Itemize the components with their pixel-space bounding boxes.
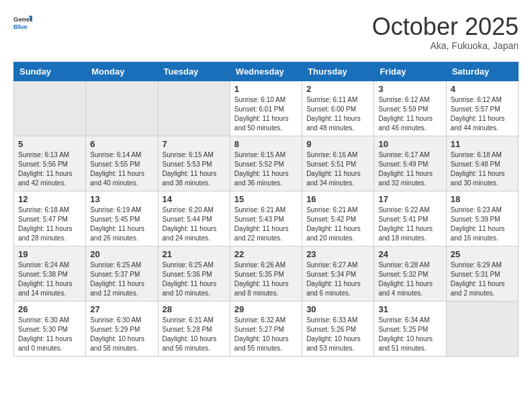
calendar-header-row: SundayMondayTuesdayWednesdayThursdayFrid… bbox=[14, 62, 519, 81]
day-number: 6 bbox=[90, 139, 153, 149]
day-number: 13 bbox=[90, 194, 153, 204]
month-title: October 2025 bbox=[372, 13, 519, 40]
day-info: Sunrise: 6:14 AM Sunset: 5:55 PM Dayligh… bbox=[90, 150, 153, 188]
day-number: 27 bbox=[90, 304, 153, 314]
calendar-cell: 24Sunrise: 6:28 AM Sunset: 5:32 PM Dayli… bbox=[374, 246, 446, 301]
day-info: Sunrise: 6:27 AM Sunset: 5:34 PM Dayligh… bbox=[306, 261, 369, 298]
day-number: 16 bbox=[306, 194, 369, 204]
location-subtitle: Aka, Fukuoka, Japan bbox=[372, 40, 519, 51]
day-info: Sunrise: 6:17 AM Sunset: 5:49 PM Dayligh… bbox=[378, 150, 441, 188]
calendar-cell: 23Sunrise: 6:27 AM Sunset: 5:34 PM Dayli… bbox=[302, 246, 374, 301]
calendar-cell: 3Sunrise: 6:12 AM Sunset: 5:59 PM Daylig… bbox=[374, 81, 446, 136]
day-number: 2 bbox=[306, 84, 369, 94]
day-info: Sunrise: 6:34 AM Sunset: 5:25 PM Dayligh… bbox=[378, 316, 441, 353]
day-info: Sunrise: 6:30 AM Sunset: 5:30 PM Dayligh… bbox=[18, 316, 81, 353]
calendar-cell bbox=[14, 81, 86, 136]
calendar-cell: 10Sunrise: 6:17 AM Sunset: 5:49 PM Dayli… bbox=[374, 136, 446, 191]
calendar-cell: 26Sunrise: 6:30 AM Sunset: 5:30 PM Dayli… bbox=[14, 301, 86, 356]
day-number: 9 bbox=[306, 139, 369, 149]
title-area: October 2025 Aka, Fukuoka, Japan bbox=[372, 13, 519, 51]
day-number: 19 bbox=[18, 249, 81, 259]
calendar-week-4: 19Sunrise: 6:24 AM Sunset: 5:38 PM Dayli… bbox=[14, 246, 519, 301]
day-info: Sunrise: 6:15 AM Sunset: 5:53 PM Dayligh… bbox=[163, 150, 226, 188]
day-info: Sunrise: 6:12 AM Sunset: 5:59 PM Dayligh… bbox=[378, 95, 441, 133]
day-info: Sunrise: 6:29 AM Sunset: 5:31 PM Dayligh… bbox=[451, 261, 514, 298]
day-info: Sunrise: 6:12 AM Sunset: 5:57 PM Dayligh… bbox=[451, 95, 514, 133]
calendar-cell: 14Sunrise: 6:20 AM Sunset: 5:44 PM Dayli… bbox=[158, 191, 230, 246]
day-info: Sunrise: 6:20 AM Sunset: 5:44 PM Dayligh… bbox=[163, 205, 226, 243]
day-number: 25 bbox=[451, 249, 514, 259]
day-info: Sunrise: 6:25 AM Sunset: 5:36 PM Dayligh… bbox=[163, 261, 226, 298]
day-number: 5 bbox=[18, 139, 81, 149]
calendar-cell: 2Sunrise: 6:11 AM Sunset: 6:00 PM Daylig… bbox=[302, 81, 374, 136]
calendar-cell: 31Sunrise: 6:34 AM Sunset: 5:25 PM Dayli… bbox=[374, 301, 446, 356]
day-number: 4 bbox=[451, 84, 514, 94]
day-info: Sunrise: 6:30 AM Sunset: 5:29 PM Dayligh… bbox=[90, 316, 153, 353]
day-header-tuesday: Tuesday bbox=[158, 62, 230, 81]
day-info: Sunrise: 6:21 AM Sunset: 5:42 PM Dayligh… bbox=[306, 205, 369, 243]
day-info: Sunrise: 6:11 AM Sunset: 6:00 PM Dayligh… bbox=[306, 95, 369, 133]
day-header-friday: Friday bbox=[374, 62, 446, 81]
calendar-week-2: 5Sunrise: 6:13 AM Sunset: 5:56 PM Daylig… bbox=[14, 136, 519, 191]
calendar-cell bbox=[158, 81, 230, 136]
day-number: 22 bbox=[234, 249, 298, 259]
calendar-cell: 15Sunrise: 6:21 AM Sunset: 5:43 PM Dayli… bbox=[230, 191, 302, 246]
day-info: Sunrise: 6:26 AM Sunset: 5:35 PM Dayligh… bbox=[234, 261, 298, 298]
day-number: 29 bbox=[234, 304, 298, 314]
calendar-cell: 1Sunrise: 6:10 AM Sunset: 6:01 PM Daylig… bbox=[230, 81, 302, 136]
calendar-cell: 13Sunrise: 6:19 AM Sunset: 5:45 PM Dayli… bbox=[86, 191, 158, 246]
calendar-body: 1Sunrise: 6:10 AM Sunset: 6:01 PM Daylig… bbox=[14, 81, 519, 356]
day-number: 17 bbox=[378, 194, 441, 204]
calendar-cell: 21Sunrise: 6:25 AM Sunset: 5:36 PM Dayli… bbox=[158, 246, 230, 301]
calendar-cell: 11Sunrise: 6:18 AM Sunset: 5:48 PM Dayli… bbox=[446, 136, 518, 191]
page-header: General Blue October 2025 Aka, Fukuoka, … bbox=[13, 13, 519, 51]
day-number: 10 bbox=[378, 139, 441, 149]
day-number: 31 bbox=[378, 304, 441, 314]
day-number: 20 bbox=[90, 249, 153, 259]
day-info: Sunrise: 6:16 AM Sunset: 5:51 PM Dayligh… bbox=[306, 150, 369, 188]
calendar-cell: 28Sunrise: 6:31 AM Sunset: 5:28 PM Dayli… bbox=[158, 301, 230, 356]
calendar-cell: 7Sunrise: 6:15 AM Sunset: 5:53 PM Daylig… bbox=[158, 136, 230, 191]
day-number: 7 bbox=[163, 139, 226, 149]
calendar-cell: 22Sunrise: 6:26 AM Sunset: 5:35 PM Dayli… bbox=[230, 246, 302, 301]
day-info: Sunrise: 6:28 AM Sunset: 5:32 PM Dayligh… bbox=[378, 261, 441, 298]
calendar-cell: 8Sunrise: 6:15 AM Sunset: 5:52 PM Daylig… bbox=[230, 136, 302, 191]
calendar-cell: 20Sunrise: 6:25 AM Sunset: 5:37 PM Dayli… bbox=[86, 246, 158, 301]
calendar-cell: 9Sunrise: 6:16 AM Sunset: 5:51 PM Daylig… bbox=[302, 136, 374, 191]
logo-icon: General Blue bbox=[13, 13, 32, 32]
day-info: Sunrise: 6:32 AM Sunset: 5:27 PM Dayligh… bbox=[234, 316, 298, 353]
day-number: 12 bbox=[18, 194, 81, 204]
day-info: Sunrise: 6:13 AM Sunset: 5:56 PM Dayligh… bbox=[18, 150, 81, 188]
day-header-saturday: Saturday bbox=[446, 62, 518, 81]
calendar-cell: 6Sunrise: 6:14 AM Sunset: 5:55 PM Daylig… bbox=[86, 136, 158, 191]
day-info: Sunrise: 6:15 AM Sunset: 5:52 PM Dayligh… bbox=[234, 150, 298, 188]
day-info: Sunrise: 6:23 AM Sunset: 5:39 PM Dayligh… bbox=[451, 205, 514, 243]
day-number: 30 bbox=[306, 304, 369, 314]
day-number: 1 bbox=[234, 84, 298, 94]
day-number: 21 bbox=[163, 249, 226, 259]
day-header-thursday: Thursday bbox=[302, 62, 374, 81]
calendar-week-3: 12Sunrise: 6:18 AM Sunset: 5:47 PM Dayli… bbox=[14, 191, 519, 246]
calendar-week-1: 1Sunrise: 6:10 AM Sunset: 6:01 PM Daylig… bbox=[14, 81, 519, 136]
calendar-cell: 17Sunrise: 6:22 AM Sunset: 5:41 PM Dayli… bbox=[374, 191, 446, 246]
day-info: Sunrise: 6:33 AM Sunset: 5:26 PM Dayligh… bbox=[306, 316, 369, 353]
day-number: 23 bbox=[306, 249, 369, 259]
day-info: Sunrise: 6:25 AM Sunset: 5:37 PM Dayligh… bbox=[90, 261, 153, 298]
day-info: Sunrise: 6:21 AM Sunset: 5:43 PM Dayligh… bbox=[234, 205, 298, 243]
calendar-cell: 25Sunrise: 6:29 AM Sunset: 5:31 PM Dayli… bbox=[446, 246, 518, 301]
calendar-cell: 18Sunrise: 6:23 AM Sunset: 5:39 PM Dayli… bbox=[446, 191, 518, 246]
day-header-monday: Monday bbox=[86, 62, 158, 81]
day-number: 18 bbox=[451, 194, 514, 204]
day-info: Sunrise: 6:22 AM Sunset: 5:41 PM Dayligh… bbox=[378, 205, 441, 243]
day-info: Sunrise: 6:31 AM Sunset: 5:28 PM Dayligh… bbox=[163, 316, 226, 353]
calendar-cell: 12Sunrise: 6:18 AM Sunset: 5:47 PM Dayli… bbox=[14, 191, 86, 246]
day-number: 8 bbox=[234, 139, 298, 149]
calendar-cell bbox=[446, 301, 518, 356]
day-number: 3 bbox=[378, 84, 441, 94]
day-info: Sunrise: 6:18 AM Sunset: 5:48 PM Dayligh… bbox=[451, 150, 514, 188]
calendar-week-5: 26Sunrise: 6:30 AM Sunset: 5:30 PM Dayli… bbox=[14, 301, 519, 356]
day-header-sunday: Sunday bbox=[14, 62, 86, 81]
day-number: 24 bbox=[378, 249, 441, 259]
day-info: Sunrise: 6:24 AM Sunset: 5:38 PM Dayligh… bbox=[18, 261, 81, 298]
day-number: 15 bbox=[234, 194, 298, 204]
